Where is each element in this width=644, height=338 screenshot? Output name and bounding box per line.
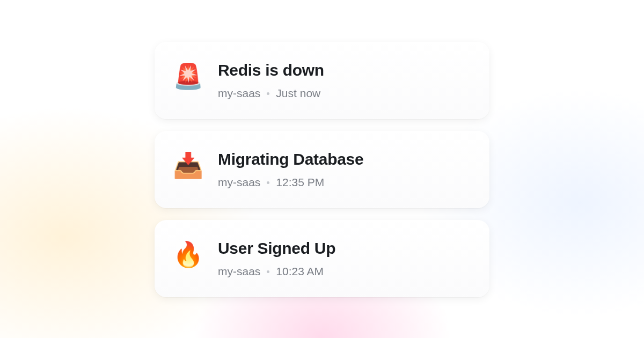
notification-title: User Signed Up xyxy=(218,239,335,258)
inbox-arrow-icon: 📥 xyxy=(174,151,202,179)
notification-source: my-saas xyxy=(218,265,260,278)
notification-content: Migrating Database my-saas 12:35 PM xyxy=(218,149,363,189)
notification-title: Migrating Database xyxy=(218,150,363,168)
separator-dot xyxy=(267,270,269,273)
notification-meta: my-saas 10:23 AM xyxy=(218,265,335,278)
fire-icon: 🔥 xyxy=(174,240,202,268)
notification-card[interactable]: 🚨 Redis is down my-saas Just now xyxy=(155,42,489,119)
notification-card[interactable]: 🔥 User Signed Up my-saas 10:23 AM xyxy=(155,220,489,297)
notification-list: 🚨 Redis is down my-saas Just now 📥 Migra… xyxy=(155,42,489,297)
notification-card[interactable]: 📥 Migrating Database my-saas 12:35 PM xyxy=(155,131,489,208)
notification-meta: my-saas 12:35 PM xyxy=(218,176,363,189)
notification-time: 12:35 PM xyxy=(276,176,324,189)
notification-source: my-saas xyxy=(218,87,260,100)
notification-meta: my-saas Just now xyxy=(218,87,324,100)
siren-icon: 🚨 xyxy=(174,62,202,90)
notification-source: my-saas xyxy=(218,176,260,189)
notification-time: 10:23 AM xyxy=(276,265,324,278)
notification-content: Redis is down my-saas Just now xyxy=(218,60,324,100)
notification-title: Redis is down xyxy=(218,61,324,79)
separator-dot xyxy=(267,181,269,184)
notification-time: Just now xyxy=(276,87,320,100)
separator-dot xyxy=(267,92,269,95)
notification-content: User Signed Up my-saas 10:23 AM xyxy=(218,238,335,278)
